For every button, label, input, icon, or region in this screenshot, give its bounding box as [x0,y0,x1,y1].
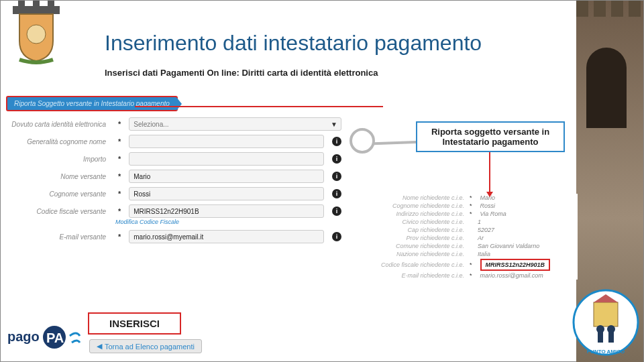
row-cf: Codice fiscale versante * i [6,202,341,220]
svg-text:PUNTO AMICO: PUNTO AMICO [587,349,625,355]
row-cognome: Cognome versante * i [6,185,341,202]
svg-rect-13 [598,332,603,343]
punto-amico-logo: PUNTO AMICO [572,289,639,356]
pagopa-logo: pago PA [6,322,83,359]
info-icon[interactable]: i [332,206,341,216]
insert-button[interactable]: INSERISCI [88,312,181,335]
svg-rect-9 [594,302,618,326]
label-email: E-mail versante [6,233,110,241]
page-title: Inserimento dati intestatario pagamento [105,31,482,56]
link-modifica-cf[interactable]: Modifica Codice Fiscale [115,219,341,225]
info-icon[interactable]: i [332,154,341,164]
row-email: E-mail versante * i [6,228,341,245]
input-nome[interactable] [129,170,324,183]
select-dovuto[interactable] [129,117,341,131]
label-generalita: Generalità cognome nome [6,138,110,145]
page-subtitle: Inserisci dati Pagamenti On line: Diritt… [105,68,378,78]
callout-box: Riporta soggetto versante in Intestatari… [416,121,565,152]
svg-text:pago: pago [7,329,40,344]
magnifier-icon [350,128,375,154]
svg-rect-14 [608,332,614,343]
svg-point-4 [27,25,46,44]
row-generalita: Generalità cognome nome * i [6,133,341,150]
label-cf: Codice fiscale versante [6,208,110,215]
input-importo[interactable] [129,152,324,166]
svg-text:PA: PA [46,330,64,345]
svg-rect-0 [13,6,60,14]
tower-arch [586,48,627,128]
label-cognome: Cognome versante [6,190,110,198]
copy-payer-ribbon[interactable]: Riporta Soggetto versante in Intestatari… [6,96,178,111]
row-dovuto: Dovuto carta identità elettronica * ▼ [6,115,341,133]
svg-rect-2 [33,1,40,6]
label-nome: Nome versante [6,173,110,180]
municipal-crest [6,1,66,68]
cf-highlight: MRIRSS12n22H901B [480,259,551,271]
applicant-details: Nome richiedente c.i.e.*Mario Cognome ri… [363,194,578,280]
row-importo: Importo * i [6,150,341,168]
slide: Inserimento dati intestatario pagamento … [0,0,644,362]
input-email[interactable] [129,230,324,243]
connector-line [135,106,383,107]
input-cf[interactable] [129,204,324,218]
callout-line1: Riporta soggetto versante in [423,127,558,137]
back-button[interactable]: ◀ Torna ad Elenco pagamenti [89,339,202,353]
chevron-down-icon: ▼ [331,121,337,128]
row-nome: Nome versante * i [6,168,341,185]
callout-line2: Intestatario pagamento [423,137,558,147]
svg-rect-1 [18,1,25,6]
back-label: Torna ad Elenco pagamenti [105,343,195,351]
info-icon[interactable]: i [332,137,341,146]
tower-merlon [576,1,643,17]
payer-form: Riporta Soggetto versante in Intestatari… [6,96,341,245]
required-mark: * [115,120,123,128]
info-icon[interactable]: i [332,172,341,181]
input-cognome[interactable] [129,187,324,200]
label-dovuto: Dovuto carta identità elettronica [6,121,110,128]
input-generalita[interactable] [129,135,324,148]
arrow-left-icon: ◀ [97,342,102,351]
info-icon[interactable]: i [332,232,341,241]
info-icon[interactable]: i [332,189,341,198]
svg-rect-3 [48,1,54,6]
label-importo: Importo [6,156,110,163]
